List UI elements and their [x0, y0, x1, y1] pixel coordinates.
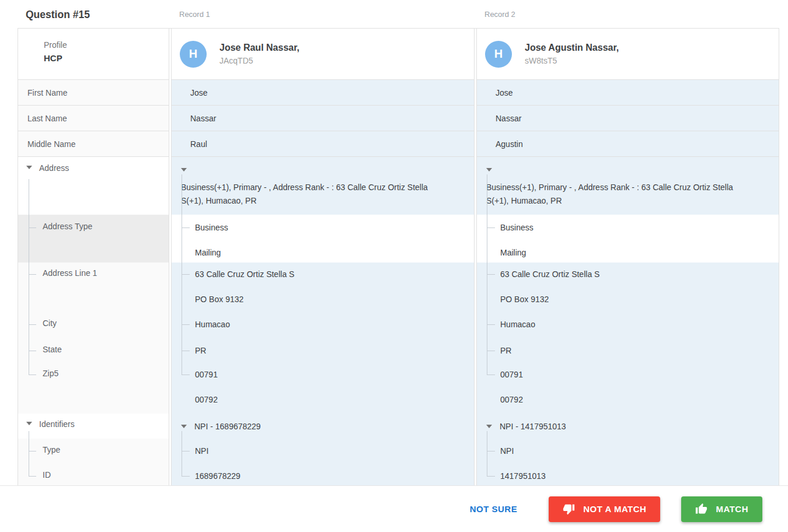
identifier-id-row: ID 1689678229 1417951013: [18, 464, 779, 487]
address-type-row: Address Type Business Mailing Business M…: [18, 215, 779, 262]
value-item: Mailing: [195, 247, 463, 258]
state-row: State PR PR: [18, 338, 779, 363]
address-group-label-cell: Address: [18, 157, 169, 215]
action-bar: NOT SURE NOT A MATCH MATCH: [0, 485, 788, 532]
tree-line: [182, 431, 182, 439]
record1-name: Jose Raul Nassar,: [219, 43, 299, 53]
first-name-label: First Name: [18, 80, 169, 106]
value-item: Humacao: [195, 318, 463, 330]
zip5-row: Zip5 00791 00792 00791 00792: [18, 363, 779, 414]
identifiers-summary-text-r1: NPI - 1689678229: [194, 422, 261, 431]
value-item: 63 Calle Cruz Ortiz Stella S: [195, 268, 463, 280]
address-line1-row: Address Line 1 63 Calle Cruz Ortiz Stell…: [18, 262, 779, 312]
identifier-id-label: ID: [43, 470, 51, 480]
value-item: PR: [195, 345, 463, 356]
tree-line: [29, 464, 29, 476]
collapse-arrow-icon[interactable]: [181, 425, 187, 428]
last-name-value-r2: Nassar: [476, 106, 779, 131]
collapse-arrow-icon[interactable]: [486, 168, 492, 172]
identifiers-summary-r2: NPI - 1417951013: [476, 414, 779, 439]
tree-dash: [29, 228, 36, 228]
thumbs-down-icon: [563, 503, 575, 515]
tree-line: [487, 431, 487, 439]
address-line1-values-r2: 63 Calle Cruz Ortiz Stella S PO Box 9132: [476, 262, 779, 318]
tree-dash: [29, 476, 36, 477]
value-item: 00792: [500, 394, 768, 405]
first-name-row: First Name Jose Jose: [18, 80, 779, 106]
tree-line: [487, 464, 487, 476]
identifiers-summary-row: Identifiers NPI - 1689678229 NPI - 14179…: [18, 414, 779, 439]
tree-dash: [182, 451, 190, 452]
identifiers-summary-text-r2: NPI - 1417951013: [500, 422, 566, 431]
identifiers-summary-r1: NPI - 1689678229: [171, 414, 475, 439]
profile-label-cell: Profile HCP: [18, 29, 169, 80]
page-title: Question #15: [18, 0, 169, 28]
value-item: NPI: [500, 445, 768, 457]
profile-label: Profile: [44, 40, 169, 50]
address-summary-r1: Business(+1), Primary - , Address Rank -…: [171, 157, 475, 215]
tree-dash: [182, 274, 190, 275]
address-summary-r2: Business(+1), Primary - , Address Rank -…: [476, 157, 779, 215]
record1-source-id: JAcqTD5: [219, 56, 299, 65]
comparison-table: Profile HCP H Jose Raul Nassar, JAcqTD5 …: [18, 28, 779, 487]
value-item: Humacao: [500, 318, 768, 330]
match-button[interactable]: MATCH: [681, 496, 762, 522]
tree-dash: [29, 274, 36, 275]
collapse-arrow-icon[interactable]: [181, 168, 187, 172]
tree-dash: [182, 324, 190, 325]
first-name-value-r2: Jose: [476, 80, 779, 106]
identifiers-group-label: Identifiers: [39, 419, 75, 429]
collapse-arrow-icon[interactable]: [26, 166, 32, 169]
value-item: NPI: [195, 445, 463, 457]
tree-dash: [29, 324, 36, 325]
tree-dash: [487, 274, 495, 275]
record2-name-block: Jose Agustin Nassar, sW8tsT5: [525, 43, 619, 65]
tree-line: [182, 464, 182, 476]
tree-line: [182, 363, 182, 374]
collapse-arrow-icon[interactable]: [486, 425, 492, 428]
first-name-value-r1: Jose: [171, 80, 475, 106]
tree-dash: [487, 374, 495, 375]
address-line1-label-cell: Address Line 1: [18, 262, 169, 318]
value-item: PO Box 9132: [195, 293, 463, 305]
identifier-type-row: Type NPI NPI: [18, 439, 779, 464]
address-summary-text-r2: Business(+1), Primary - , Address Rank -…: [486, 181, 756, 208]
record2-header-cell: H Jose Agustin Nassar, sW8tsT5: [476, 29, 779, 80]
value-item: PR: [500, 345, 768, 356]
state-label: State: [43, 345, 62, 354]
value-item: Business: [500, 222, 768, 233]
tree-dash: [487, 451, 495, 452]
collapse-arrow-icon[interactable]: [26, 422, 32, 425]
header-strip: Question #15 Record 1 Record 2: [18, 0, 779, 28]
zip5-values-r2: 00791 00792: [476, 363, 779, 419]
tree-dash: [487, 228, 495, 228]
not-a-match-button[interactable]: NOT A MATCH: [549, 496, 660, 522]
middle-name-value-r2: Agustin: [476, 131, 779, 157]
not-sure-button[interactable]: NOT SURE: [466, 503, 521, 514]
comparison-card: Question #15 Record 1 Record 2 Profile H…: [18, 0, 779, 487]
value-item: 63 Calle Cruz Ortiz Stella S: [500, 268, 768, 280]
tree-line: [487, 363, 487, 374]
record1-avatar: H: [180, 41, 207, 68]
last-name-row: Last Name Nassar Nassar: [18, 106, 779, 131]
record2-column-header: Record 2: [476, 0, 779, 28]
value-item: 00791: [500, 369, 768, 380]
address-summary-text-r1: Business(+1), Primary - , Address Rank -…: [181, 181, 451, 208]
city-label: City: [43, 318, 57, 328]
middle-name-row: Middle Name Raul Agustin: [18, 131, 779, 157]
match-label: MATCH: [716, 504, 748, 514]
address-line1-values-r1: 63 Calle Cruz Ortiz Stella S PO Box 9132: [171, 262, 475, 318]
last-name-label: Last Name: [18, 106, 169, 131]
tree-line: [29, 431, 29, 439]
tree-dash: [29, 374, 36, 375]
profile-value: HCP: [44, 53, 169, 63]
profile-row: Profile HCP H Jose Raul Nassar, JAcqTD5 …: [18, 29, 779, 80]
tree-dash: [182, 228, 190, 228]
value-item: 1417951013: [500, 470, 768, 482]
tree-dash: [487, 476, 495, 477]
identifier-type-label: Type: [43, 445, 60, 454]
record1-column-header: Record 1: [171, 0, 475, 28]
tree-line: [182, 262, 182, 318]
value-item: PO Box 9132: [500, 293, 768, 305]
record2-source-id: sW8tsT5: [525, 56, 619, 65]
